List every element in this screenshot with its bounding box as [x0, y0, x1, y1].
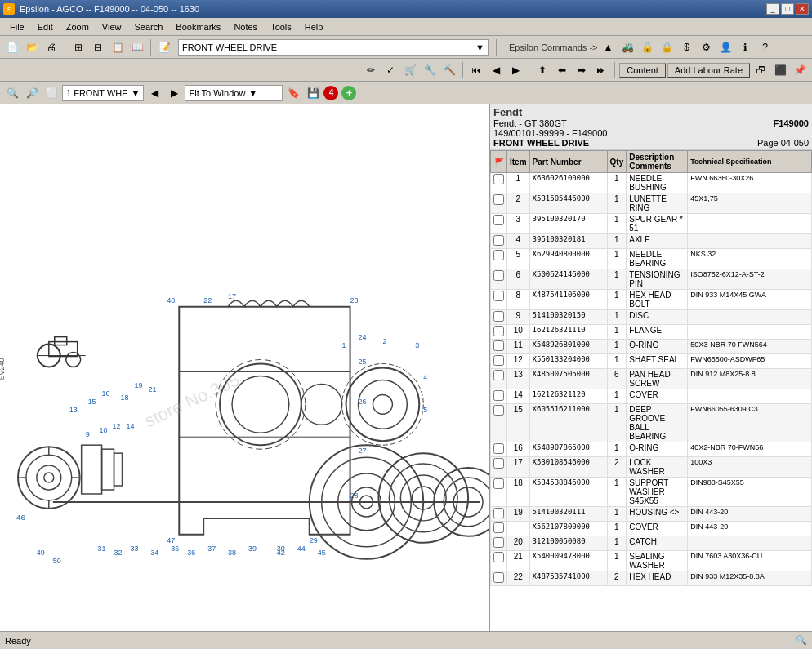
- row-checkbox[interactable]: [491, 290, 507, 310]
- close-button[interactable]: ✕: [796, 3, 809, 15]
- svg-text:27: 27: [359, 447, 367, 455]
- tb-btn5[interactable]: ⊟: [89, 38, 107, 56]
- epsilon-btn5[interactable]: $: [678, 38, 696, 56]
- row-checkbox[interactable]: [491, 551, 507, 571]
- epsilon-btn4[interactable]: 🔒: [658, 38, 676, 56]
- menu-item-notes[interactable]: Notes: [227, 20, 264, 33]
- pin-btn[interactable]: 📌: [791, 61, 809, 79]
- epsilon-btn1[interactable]: ▲: [600, 38, 618, 56]
- menu-item-file[interactable]: File: [3, 20, 31, 33]
- row-checkbox[interactable]: [491, 325, 507, 340]
- add-button[interactable]: +: [341, 86, 356, 100]
- menu-item-view[interactable]: View: [96, 20, 128, 33]
- epsilon-btn6[interactable]: ⚙: [698, 38, 716, 56]
- col-desc: Description Comments: [627, 151, 688, 173]
- tb-btn6[interactable]: 📋: [109, 38, 127, 56]
- row-checkbox[interactable]: [491, 269, 507, 290]
- zoom-out-btn[interactable]: 🔎: [23, 84, 41, 102]
- row-checkbox[interactable]: [491, 369, 507, 389]
- tb-btn8[interactable]: 📝: [155, 38, 173, 56]
- svg-text:38: 38: [228, 549, 236, 557]
- restore-btn[interactable]: 🗗: [752, 61, 770, 79]
- new-button[interactable]: 📄: [3, 38, 21, 56]
- menu-item-help[interactable]: Help: [298, 20, 330, 33]
- epsilon-help[interactable]: ?: [756, 38, 774, 56]
- row-checkbox[interactable]: [491, 457, 507, 478]
- first-btn[interactable]: ⏮: [467, 61, 485, 79]
- menu-item-edit[interactable]: Edit: [31, 20, 60, 33]
- menu-item-search[interactable]: Search: [127, 20, 169, 33]
- content-button[interactable]: Content: [619, 63, 666, 78]
- row-checkbox[interactable]: [491, 571, 507, 586]
- menu-item-tools[interactable]: Tools: [264, 20, 298, 33]
- row-checkbox[interactable]: [491, 404, 507, 442]
- table-row: 9 514100320150 1 DISC: [491, 310, 812, 325]
- row-checkbox[interactable]: [491, 478, 507, 507]
- forward-btn[interactable]: ➡: [573, 61, 591, 79]
- menu-item-zoom[interactable]: Zoom: [60, 20, 96, 33]
- check-btn[interactable]: ✓: [381, 61, 399, 79]
- row-tech: [688, 310, 812, 325]
- row-checkbox[interactable]: [491, 507, 507, 522]
- tool-btn2[interactable]: 🔨: [440, 61, 458, 79]
- row-checkbox[interactable]: [491, 214, 507, 234]
- row-checkbox[interactable]: [491, 536, 507, 551]
- row-desc: PAN HEAD SCREW: [627, 369, 688, 389]
- epsilon-btn7[interactable]: 👤: [717, 38, 735, 56]
- epsilon-btn8[interactable]: ℹ: [737, 38, 755, 56]
- tb-btn7[interactable]: 📖: [128, 38, 146, 56]
- row-item: 5: [507, 249, 530, 269]
- maximize-button[interactable]: □: [781, 3, 794, 15]
- row-checkbox[interactable]: [491, 340, 507, 354]
- diagram-area[interactable]: 46 9 10 12 14: [0, 104, 489, 631]
- save-view-btn[interactable]: 💾: [304, 84, 322, 102]
- back-btn[interactable]: ⬅: [553, 61, 571, 79]
- next-image-btn[interactable]: ▶: [165, 84, 183, 102]
- home-btn[interactable]: ⬆: [533, 61, 551, 79]
- row-item: 18: [507, 478, 530, 507]
- prev-btn[interactable]: ◀: [487, 61, 505, 79]
- svg-text:34: 34: [150, 549, 158, 557]
- open-button[interactable]: 📂: [23, 38, 41, 56]
- minimize-button[interactable]: _: [766, 3, 779, 15]
- image-selector[interactable]: 1 FRONT WHE ▼: [62, 85, 144, 101]
- epsilon-btn2[interactable]: 🚜: [619, 38, 637, 56]
- row-checkbox[interactable]: [491, 522, 507, 536]
- table-row: 21 X540009478000 1 SEALING WASHER DIN 76…: [491, 551, 812, 571]
- row-checkbox[interactable]: [491, 234, 507, 249]
- row-part: X548926801000: [529, 340, 607, 354]
- zoom-in-icon[interactable]: 🔍: [3, 84, 21, 102]
- section-dropdown[interactable]: FRONT WHEEL DRIVE ▼: [178, 39, 489, 56]
- alert-badge[interactable]: 4: [323, 86, 338, 100]
- window-controls: _ □ ✕: [766, 3, 809, 15]
- row-desc: SHAFT SEAL: [627, 354, 688, 369]
- edit-btn[interactable]: ✏: [362, 61, 380, 79]
- epsilon-btn3[interactable]: 🔒: [639, 38, 657, 56]
- next-btn[interactable]: ▶: [506, 61, 524, 79]
- row-checkbox[interactable]: [491, 249, 507, 269]
- print-button[interactable]: 🖨: [42, 38, 60, 56]
- reset-zoom-btn[interactable]: ⬜: [42, 84, 60, 102]
- add-labour-button[interactable]: Add Labour Rate: [667, 63, 750, 78]
- row-checkbox[interactable]: [491, 310, 507, 325]
- row-tech: [688, 234, 812, 249]
- parts-table-container[interactable]: 🚩 Item Part Number Qty Description Comme…: [490, 150, 812, 631]
- last-btn[interactable]: ⏭: [592, 61, 610, 79]
- max-btn[interactable]: ⬛: [771, 61, 789, 79]
- row-checkbox[interactable]: [491, 389, 507, 404]
- prev-image-btn[interactable]: ◀: [145, 84, 163, 102]
- row-checkbox[interactable]: [491, 193, 507, 214]
- tb-btn4[interactable]: ⊞: [69, 38, 87, 56]
- cart-btn[interactable]: 🛒: [401, 61, 419, 79]
- bookmark-btn[interactable]: 🔖: [284, 84, 302, 102]
- menu-item-bookmarks[interactable]: Bookmarks: [169, 20, 227, 33]
- zoom-selector[interactable]: Fit To Window ▼: [185, 85, 283, 101]
- row-desc: AXLE: [627, 234, 688, 249]
- svg-text:39: 39: [248, 545, 257, 553]
- tool-btn1[interactable]: 🔧: [421, 61, 439, 79]
- row-checkbox[interactable]: [491, 173, 507, 193]
- row-checkbox[interactable]: [491, 354, 507, 369]
- row-checkbox[interactable]: [491, 442, 507, 457]
- row-part: X636026100000: [529, 173, 607, 193]
- svg-text:3: 3: [415, 341, 419, 349]
